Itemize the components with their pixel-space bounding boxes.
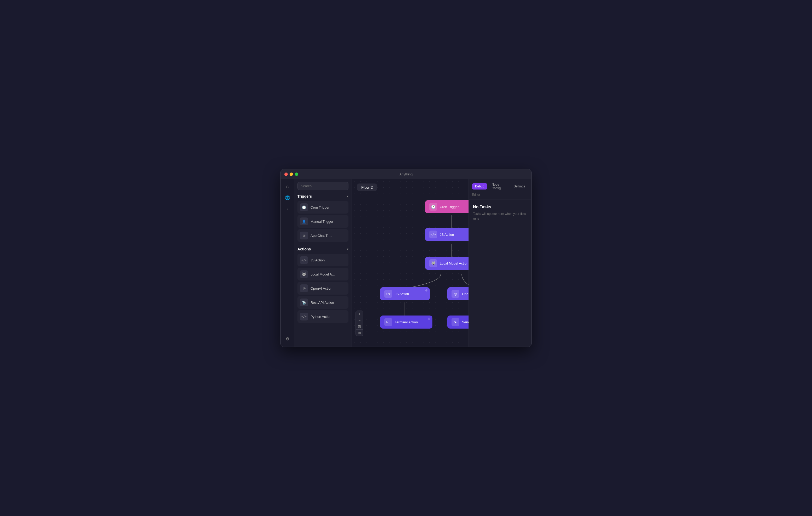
- sidebar-item-rest-api[interactable]: 📡 Rest API Action: [297, 296, 348, 309]
- close-button[interactable]: [284, 173, 288, 176]
- maximize-button[interactable]: [295, 173, 298, 176]
- node-js1[interactable]: </> JS Action ⚙: [425, 228, 468, 241]
- sidebar-item-openai-action[interactable]: ◎ OpenAI Action: [297, 282, 348, 295]
- node-local-model[interactable]: 🐺 Local Model Action ⚙: [425, 257, 468, 270]
- chat-trigger-icon: ✉: [300, 232, 308, 239]
- manual-label: Manual Trigger: [311, 219, 333, 223]
- local-model-icon: 🐺: [300, 270, 308, 278]
- actions-title: Actions: [297, 247, 311, 251]
- local-model-flow-icon: 🐺: [429, 259, 437, 267]
- node-sendchat[interactable]: ➤ Send Chat Action ⚙: [447, 315, 468, 329]
- main-canvas[interactable]: Flow 2: [352, 179, 468, 346]
- js-action-label: JS Action: [311, 258, 325, 262]
- actions-section: Actions ▾ </> JS Action 🐺 Local Model A.…: [297, 247, 348, 324]
- app-window: Anything ⌂ 🌐 ⑂ ⚙ Triggers ▾ 🕐 Cron T: [281, 169, 531, 347]
- chat-trigger-label: App Chat Tri...: [311, 234, 332, 238]
- openai-icon: ◎: [300, 284, 308, 292]
- sendchat-label: Send Chat Action: [462, 320, 468, 324]
- cron-trigger-icon: 🕐: [429, 203, 437, 211]
- rest-api-icon: 📡: [300, 299, 308, 306]
- local-model-flow-label: Local Model Action: [440, 262, 468, 265]
- app-body: ⌂ 🌐 ⑂ ⚙ Triggers ▾ 🕐 Cron Trigger: [281, 179, 531, 346]
- js2-icon: </>: [384, 290, 392, 298]
- terminal-icon: ▷_: [384, 318, 392, 326]
- icon-sidebar: ⌂ 🌐 ⑂ ⚙: [281, 179, 294, 346]
- js-action-icon: </>: [300, 256, 308, 264]
- cron-trigger-label: Cron Trigger: [440, 205, 459, 209]
- actions-toggle[interactable]: ▾: [347, 247, 348, 251]
- sendchat-icon: ➤: [452, 318, 459, 326]
- sidebar-item-python-action[interactable]: </> Python Action: [297, 310, 348, 323]
- settings-nav-button[interactable]: ⚙: [283, 334, 292, 343]
- right-panel-tabs: Debug Node Config Settings: [469, 179, 531, 191]
- tab-settings[interactable]: Settings: [511, 183, 528, 189]
- search-input[interactable]: [297, 182, 348, 190]
- openai-flow-icon: ◎: [452, 290, 459, 298]
- zoom-controls: + − ⊡ ⊞: [355, 310, 364, 336]
- cron-label: Cron Trigger: [311, 206, 329, 209]
- manual-icon: 👤: [300, 217, 308, 225]
- js1-icon: </>: [429, 231, 437, 238]
- globe-nav-button[interactable]: 🌐: [283, 193, 292, 202]
- no-tasks-title: No Tasks: [473, 205, 527, 209]
- zoom-out-button[interactable]: −: [356, 317, 363, 323]
- node-openai[interactable]: ◎ OpenAI Action ⚙: [447, 287, 468, 300]
- js2-settings-icon[interactable]: ⚙: [425, 289, 428, 292]
- window-title: Anything: [400, 172, 413, 176]
- local-model-label: Local Model A...: [311, 272, 335, 276]
- openai-flow-label: OpenAI Action: [462, 292, 468, 296]
- node-terminal[interactable]: ▷_ Terminal Action ⚙: [380, 315, 432, 329]
- sidebar-item-manual-trigger[interactable]: 👤 Manual Trigger: [297, 215, 348, 228]
- git-nav-button[interactable]: ⑂: [283, 204, 292, 213]
- title-bar: Anything: [281, 170, 531, 179]
- tab-debug[interactable]: Debug: [472, 183, 487, 189]
- zoom-reset-button[interactable]: ⊞: [356, 330, 363, 336]
- zoom-in-button[interactable]: +: [356, 311, 363, 317]
- triggers-toggle[interactable]: ▾: [347, 194, 348, 198]
- flow-label: Flow 2: [357, 183, 377, 191]
- js2-label: JS Action: [395, 292, 409, 296]
- sidebar-item-cron-trigger[interactable]: 🕐 Cron Trigger: [297, 201, 348, 214]
- zoom-fit-button[interactable]: ⊡: [356, 323, 363, 330]
- triggers-section: Triggers ▾ 🕐 Cron Trigger 👤 Manual Trigg…: [297, 194, 348, 243]
- node-cron-trigger[interactable]: 🕐 Cron Trigger ⚙: [425, 200, 468, 213]
- terminal-settings-icon[interactable]: ⚙: [428, 317, 430, 321]
- traffic-lights: [284, 173, 298, 176]
- rest-api-label: Rest API Action: [311, 301, 334, 305]
- cron-icon: 🕐: [300, 203, 308, 211]
- sidebar-item-app-chat-trigger[interactable]: ✉ App Chat Tri...: [297, 229, 348, 242]
- js1-label: JS Action: [440, 233, 454, 237]
- home-nav-button[interactable]: ⌂: [283, 182, 292, 191]
- python-label: Python Action: [311, 315, 331, 318]
- node-js2[interactable]: </> JS Action ⚙: [380, 287, 430, 300]
- right-panel-content: No Tasks Tasks will appear here when you…: [469, 200, 531, 226]
- triggers-title: Triggers: [297, 194, 312, 199]
- minimize-button[interactable]: [290, 173, 293, 176]
- triggers-header: Triggers ▾: [297, 194, 348, 199]
- right-panel-sub-label: Editor: [469, 191, 531, 200]
- sidebar-item-js-action[interactable]: </> JS Action: [297, 254, 348, 266]
- python-icon: </>: [300, 313, 308, 321]
- actions-header: Actions ▾: [297, 247, 348, 251]
- no-tasks-description: Tasks will appear here when your flow ru…: [473, 211, 527, 221]
- tab-node-config[interactable]: Node Config: [488, 181, 509, 191]
- openai-label: OpenAI Action: [311, 286, 332, 291]
- right-panel: Debug Node Config Settings Editor No Tas…: [468, 179, 531, 346]
- terminal-label: Terminal Action: [395, 320, 418, 324]
- left-panel: Triggers ▾ 🕐 Cron Trigger 👤 Manual Trigg…: [294, 179, 352, 346]
- sidebar-item-local-model[interactable]: 🐺 Local Model A...: [297, 268, 348, 280]
